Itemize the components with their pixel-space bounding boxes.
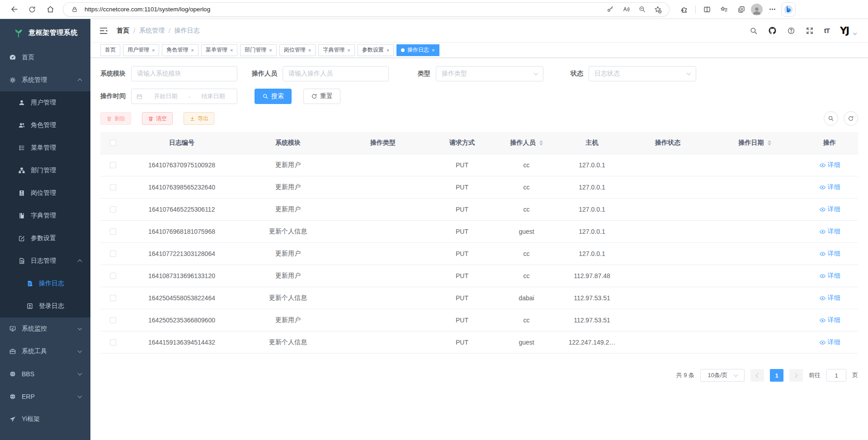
more-menu-icon[interactable]: [764, 3, 780, 16]
sidebar-item-user-mgmt[interactable]: 用户管理: [0, 91, 90, 114]
home-icon[interactable]: [42, 3, 58, 16]
tab-role-mgmt[interactable]: 角色管理×: [162, 44, 198, 56]
sidebar-item-login-log[interactable]: 登录日志: [0, 295, 90, 317]
tab-dict-mgmt[interactable]: 字典管理×: [318, 44, 354, 56]
next-page-button[interactable]: [789, 369, 803, 382]
app-logo[interactable]: 意框架管理系统: [0, 19, 90, 46]
tab-user-mgmt[interactable]: 用户管理×: [123, 44, 159, 56]
github-icon[interactable]: [768, 26, 777, 35]
row-checkbox[interactable]: [110, 162, 116, 168]
close-icon[interactable]: ×: [308, 47, 311, 53]
sidebar-item-system-mgmt[interactable]: 系统管理: [0, 69, 90, 91]
sidebar-item-system-monitor[interactable]: 系统监控: [0, 317, 90, 340]
detail-link[interactable]: 详细: [819, 161, 840, 169]
row-checkbox[interactable]: [110, 251, 116, 257]
sidebar-item-menu-mgmt[interactable]: 菜单管理: [0, 137, 90, 159]
detail-link[interactable]: 详细: [819, 272, 840, 280]
select-all-checkbox[interactable]: [110, 140, 116, 146]
sidebar-item-param-settings[interactable]: 参数设置: [0, 227, 90, 250]
favorite-star-icon[interactable]: [652, 4, 664, 15]
sidebar-collapse-icon[interactable]: [99, 26, 108, 36]
address-bar[interactable]: https://ccnetcore.com:1101/system/log/op…: [63, 3, 669, 16]
tab-post-mgmt[interactable]: 岗位管理×: [279, 44, 316, 56]
row-checkbox[interactable]: [110, 295, 116, 301]
breadcrumb-home[interactable]: 首页: [117, 27, 129, 35]
export-button[interactable]: 导出: [184, 112, 214, 125]
detail-link[interactable]: 详细: [819, 250, 840, 258]
goto-page-input[interactable]: 1: [826, 369, 846, 382]
refresh-table-icon[interactable]: [844, 111, 858, 126]
sidebar-item-bbs[interactable]: BBS: [0, 363, 90, 385]
collections-icon[interactable]: [734, 3, 749, 16]
close-icon[interactable]: ×: [432, 47, 434, 53]
sidebar-item-oper-log[interactable]: 操作日志: [0, 272, 90, 295]
tab-home[interactable]: 首页: [100, 44, 120, 56]
toggle-search-icon[interactable]: [824, 111, 838, 126]
sidebar-item-yi-framework[interactable]: Yi框架: [0, 408, 90, 431]
font-size-icon[interactable]: tT: [824, 27, 830, 34]
split-screen-icon[interactable]: [699, 3, 715, 16]
close-icon[interactable]: ×: [152, 47, 155, 53]
prev-page-button[interactable]: [750, 369, 764, 382]
detail-link[interactable]: 详细: [819, 294, 840, 302]
sidebar-item-log-mgmt[interactable]: 日志管理: [0, 250, 90, 272]
col-date[interactable]: 操作日期: [708, 139, 801, 147]
delete-button[interactable]: 删除: [100, 112, 131, 125]
read-aloud-icon[interactable]: [620, 4, 632, 15]
sidebar-item-home[interactable]: 首页: [0, 46, 90, 69]
fullscreen-icon[interactable]: [806, 27, 814, 35]
clear-button[interactable]: 清空: [142, 112, 173, 125]
type-select[interactable]: 操作类型: [436, 66, 543, 81]
page-1-button[interactable]: 1: [770, 369, 783, 382]
sort-icon[interactable]: [539, 140, 543, 146]
row-checkbox[interactable]: [110, 317, 116, 323]
col-operator[interactable]: 操作人员: [496, 139, 557, 147]
close-icon[interactable]: ×: [191, 47, 193, 53]
close-icon[interactable]: ×: [230, 47, 233, 53]
lock-icon[interactable]: [69, 4, 80, 15]
tab-dept-mgmt[interactable]: 部门管理×: [240, 44, 276, 56]
sidebar-item-dict-mgmt[interactable]: 字典管理: [0, 204, 90, 227]
favorites-bar-icon[interactable]: [717, 3, 732, 16]
detail-link[interactable]: 详细: [819, 338, 840, 346]
operator-input[interactable]: 请输入操作人员: [283, 66, 389, 81]
sidebar-item-system-tools[interactable]: 系统工具: [0, 340, 90, 363]
start-date[interactable]: 开始日期: [146, 92, 185, 100]
back-icon[interactable]: [6, 3, 22, 16]
detail-link[interactable]: 详细: [819, 205, 840, 213]
sort-icon[interactable]: [768, 140, 771, 146]
reset-button[interactable]: 重置: [303, 89, 340, 104]
chevron-down-icon[interactable]: [853, 31, 857, 34]
page-size-select[interactable]: 10条/页: [700, 369, 745, 382]
end-date[interactable]: 结束日期: [194, 92, 232, 100]
row-checkbox[interactable]: [110, 273, 116, 279]
search-button[interactable]: 搜索: [255, 89, 292, 104]
status-select[interactable]: 日志状态: [589, 66, 696, 81]
help-icon[interactable]: [787, 27, 795, 35]
extensions-icon[interactable]: [676, 3, 692, 16]
account-logo[interactable]: YJ: [840, 25, 849, 36]
close-icon[interactable]: ×: [347, 47, 350, 53]
row-checkbox[interactable]: [110, 339, 116, 345]
tab-menu-mgmt[interactable]: 菜单管理×: [201, 44, 237, 56]
search-icon[interactable]: [750, 27, 758, 35]
system-module-input[interactable]: 请输入系统模块: [131, 66, 237, 81]
close-icon[interactable]: ×: [269, 47, 272, 53]
close-icon[interactable]: ×: [387, 47, 389, 53]
bing-copilot-icon[interactable]: [782, 3, 795, 16]
row-checkbox[interactable]: [110, 184, 116, 190]
tab-param-settings[interactable]: 参数设置×: [358, 44, 394, 56]
url-text[interactable]: https://ccnetcore.com:1101/system/log/op…: [85, 6, 600, 13]
sidebar-item-erp[interactable]: ERP: [0, 385, 90, 408]
detail-link[interactable]: 详细: [819, 316, 840, 324]
date-range-input[interactable]: 开始日期 - 结束日期: [131, 89, 237, 104]
row-checkbox[interactable]: [110, 206, 116, 213]
row-checkbox[interactable]: [110, 228, 116, 235]
detail-link[interactable]: 详细: [819, 183, 840, 191]
sidebar-item-post-mgmt[interactable]: 岗位管理: [0, 182, 90, 204]
password-key-icon[interactable]: [604, 4, 616, 15]
tab-oper-log[interactable]: 操作日志×: [396, 44, 439, 56]
sidebar-item-dept-mgmt[interactable]: 部门管理: [0, 159, 90, 182]
sidebar-item-role-mgmt[interactable]: 角色管理: [0, 114, 90, 137]
detail-link[interactable]: 详细: [819, 227, 840, 236]
